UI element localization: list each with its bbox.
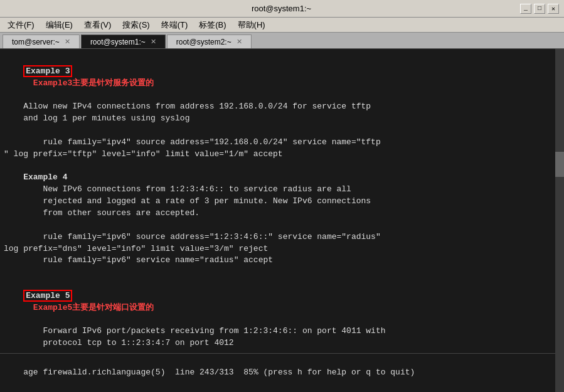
example3-label: Example 3 — [23, 65, 72, 77]
menu-search[interactable]: 搜索(S) — [117, 18, 154, 32]
tab-close-icon[interactable]: ✕ — [237, 38, 242, 46]
example3-header: Example 3 Example3主要是针对服务设置的 — [4, 54, 560, 101]
example5-header: Example 5 Example5主要是针对端口设置的 — [4, 278, 560, 326]
tab-label: tom@server:~ — [12, 38, 60, 46]
tab-label: root@system2:~ — [176, 38, 231, 46]
example4-line1: New IPv6 connections from 1:2:3:4:6:: to… — [4, 184, 560, 196]
example3-desc: Example3主要是针对服务设置的 — [33, 78, 154, 88]
example5-line2: protocol tcp to 1::2:3:4:7 on port 4012 — [4, 337, 560, 349]
example5-label: Example 5 — [23, 290, 72, 302]
title-bar: root@system1:~ _ □ ✕ — [0, 0, 564, 18]
menu-tabs[interactable]: 标签(B) — [194, 18, 231, 32]
menu-edit[interactable]: 编辑(E) — [41, 18, 78, 32]
example5-line1: Forward IPv6 port/packets receiving from… — [4, 326, 560, 337]
menu-terminal[interactable]: 终端(T) — [156, 18, 193, 32]
menu-view[interactable]: 查看(V) — [79, 18, 116, 32]
example3-line2: and log 1 per minutes using syslog — [4, 113, 560, 125]
example4-blank — [4, 161, 560, 172]
menu-help[interactable]: 帮助(H) — [233, 18, 270, 32]
tab-label: root@system1:~ — [90, 38, 146, 46]
tab-close-icon[interactable]: ✕ — [65, 38, 70, 46]
maximize-button[interactable]: □ — [534, 4, 545, 14]
terminal-content: Example 3 Example3主要是针对服务设置的 Allow new I… — [0, 49, 564, 392]
scrollbar-thumb[interactable] — [555, 152, 564, 177]
example5-blank — [4, 267, 560, 278]
example4-rule1: rule family="ipv6" source address="1:2:3… — [4, 231, 560, 243]
example4-line3: from other sources are accepted. — [4, 208, 560, 220]
minimize-button[interactable]: _ — [520, 4, 531, 14]
example4-rule-blank — [4, 220, 560, 231]
example3-rule1: rule family="ipv4" source address="192.1… — [4, 137, 560, 149]
menu-file[interactable]: 文件(F) — [3, 18, 40, 32]
tab-bar: tom@server:~ ✕ root@system1:~ ✕ root@sys… — [0, 33, 564, 49]
status-bar: age firewalld.richlanguage(5) line 243/3… — [0, 353, 564, 392]
example3-rule-blank — [4, 125, 560, 137]
example5-desc: Example5主要是针对端口设置的 — [33, 303, 154, 312]
window-controls[interactable]: _ □ ✕ — [520, 4, 559, 14]
example4-label: Example 4 — [23, 172, 67, 182]
title-bar-title: root@system1:~ — [43, 4, 520, 13]
example4-line2: rejected and logged at a rate of 3 per m… — [4, 196, 560, 208]
tab-tom-server[interactable]: tom@server:~ ✕ — [3, 34, 80, 48]
tab-root-system2[interactable]: root@system2:~ ✕ — [167, 34, 252, 48]
example4-header: Example 4 — [4, 172, 560, 184]
example3-line1: Allow new IPv4 connections from address … — [4, 101, 560, 113]
menu-bar: 文件(F) 编辑(E) 查看(V) 搜索(S) 终端(T) 标签(B) 帮助(H… — [0, 18, 564, 33]
tab-close-icon[interactable]: ✕ — [151, 38, 156, 46]
example4-rule3: rule family="ipv6" service name="radius"… — [4, 255, 560, 267]
tab-root-system1[interactable]: root@system1:~ ✕ — [81, 34, 166, 48]
example3-rule2: " log prefix="tftp" level="info" limit v… — [4, 149, 560, 161]
example4-rule2: log prefix="dns" level="info" limit valu… — [4, 243, 560, 255]
close-button[interactable]: ✕ — [548, 4, 559, 14]
status-text: age firewalld.richlanguage(5) line 243/3… — [23, 368, 415, 377]
scrollbar[interactable] — [555, 49, 564, 392]
